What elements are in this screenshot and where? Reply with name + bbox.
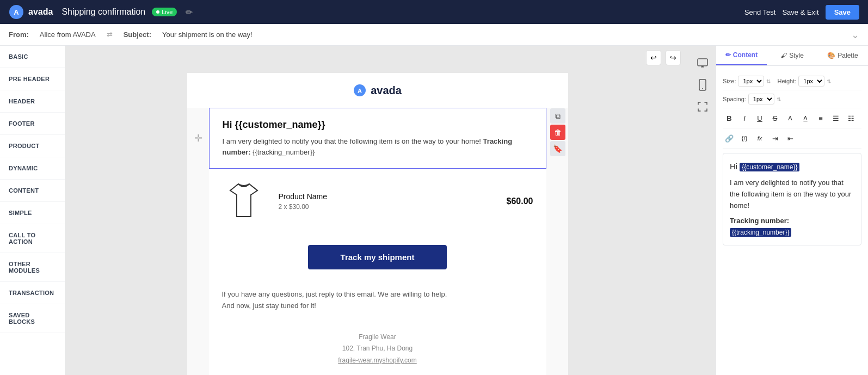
preview-tracking-label: Tracking number: [730, 217, 789, 225]
page-title: Shipping confirmation [61, 7, 145, 17]
sidebar-item-saved-blocks[interactable]: SAVED BLOCKS [0, 304, 65, 333]
live-badge: Live [152, 8, 177, 16]
preview-body-text: I am very delighted to notify you that t… [730, 177, 854, 211]
nav-right: Send Test Save & Exit Save [744, 5, 859, 20]
format-row-text-style: B I U S A A ≡ ☰ ☷ [723, 108, 861, 128]
sidebar-item-call-to-action[interactable]: CALL TO ACTION [0, 224, 65, 253]
style-tab-label: Style [789, 52, 804, 59]
strikethrough-button[interactable]: S [768, 112, 781, 125]
spacing-label: Spacing: [723, 96, 746, 102]
fullscreen-button[interactable] [694, 98, 711, 115]
product-name: Product Name [279, 192, 494, 201]
palette-tab-label: Palette [838, 52, 858, 59]
live-badge-text: Live [162, 9, 173, 15]
edit-title-button[interactable]: ✏ [183, 5, 195, 20]
formula-button[interactable]: fx [753, 132, 766, 145]
delete-block-button[interactable]: 🗑 [550, 125, 565, 140]
sidebar-item-footer[interactable]: FOOTER [0, 113, 65, 135]
sidebar-item-content[interactable]: CONTENT [0, 180, 65, 202]
outdent-button[interactable]: ⇤ [784, 132, 797, 145]
footer-website[interactable]: fragile-wear.myshopify.com [338, 356, 417, 364]
size-field: Size: 1px ⇅ [723, 76, 771, 87]
send-test-button[interactable]: Send Test [744, 8, 776, 16]
tab-content[interactable]: ✏ Content [716, 46, 767, 65]
sidebar-item-transaction[interactable]: TRANSACTION [0, 282, 65, 304]
footer-address: 102, Tran Phu, Ha Dong [222, 343, 533, 355]
left-sidebar: BASIC PRE HEADER HEADER FOOTER PRODUCT D… [0, 46, 65, 375]
product-image [222, 180, 266, 223]
preview-heading-pre: Hi [730, 162, 740, 171]
canvas-toolbar: ↩ ↪ [646, 50, 681, 65]
bold-button[interactable]: B [723, 112, 736, 125]
tshirt-icon [225, 180, 263, 223]
email-logo-section: A avada [187, 73, 568, 108]
from-value: Alice from AVADA [40, 30, 96, 39]
top-nav: A avada Shipping confirmation Live ✏ Sen… [0, 0, 868, 24]
center-canvas: ↩ ↪ A avada ✛ Hi {{customer_name}} [65, 46, 690, 375]
capitalize-button[interactable]: A [799, 112, 812, 125]
content-tab-label: Content [733, 51, 758, 59]
indent-button[interactable]: ⇥ [768, 132, 781, 145]
right-panel-content: Size: 1px ⇅ Height: 1px ⇅ Spacing: [716, 66, 868, 375]
copy-block-button[interactable]: ⧉ [550, 108, 565, 124]
desktop-view-button[interactable] [694, 54, 711, 72]
sidebar-item-pre-header[interactable]: PRE HEADER [0, 68, 65, 90]
italic-button[interactable]: I [738, 112, 751, 125]
size-select[interactable]: 1px [738, 76, 764, 87]
style-tab-icon: 🖌 [780, 52, 787, 59]
live-dot [156, 10, 159, 14]
mobile-icon [699, 79, 706, 91]
block-action-icons: ⧉ 🗑 🔖 [550, 108, 565, 156]
svg-rect-4 [698, 59, 707, 66]
sidebar-item-basic[interactable]: BASIC [0, 46, 65, 68]
height-field: Height: 1px ⇅ [777, 76, 831, 87]
swap-arrows[interactable]: ⇄ [107, 30, 113, 39]
tab-palette[interactable]: 🎨 Palette [817, 46, 868, 65]
save-exit-button[interactable]: Save & Exit [782, 8, 818, 16]
sidebar-item-header[interactable]: HEADER [0, 90, 65, 113]
product-price: $60.00 [507, 196, 533, 206]
desktop-icon [697, 58, 708, 69]
sidebar-item-simple[interactable]: SIMPLE [0, 202, 65, 224]
svg-text:A: A [14, 8, 19, 16]
email-text-block[interactable]: ✛ Hi {{customer_name}} I am very delight… [209, 108, 546, 169]
save-button[interactable]: Save [826, 5, 859, 20]
redo-button[interactable]: ↪ [666, 50, 681, 65]
underline-button[interactable]: U [753, 112, 766, 125]
product-quantity: 2 x $30.00 [279, 203, 494, 211]
drag-handle[interactable]: ✛ [194, 132, 202, 144]
align-left-button[interactable]: ≡ [814, 112, 827, 125]
list-ordered-button[interactable]: ☷ [845, 112, 858, 125]
sidebar-item-other-modules[interactable]: OTHER MODULES [0, 253, 65, 282]
save-block-button[interactable]: 🔖 [550, 141, 565, 156]
height-select[interactable]: 1px [798, 76, 824, 87]
up-down-icon-spacing: ⇅ [777, 96, 781, 102]
uppercase-button[interactable]: A [784, 112, 797, 125]
tab-style[interactable]: 🖌 Style [767, 46, 817, 65]
spacing-select[interactable]: 1px [748, 94, 774, 104]
subject-label: Subject: [124, 30, 151, 39]
email-logo-text: avada [371, 84, 402, 97]
logo-text: avada [28, 7, 53, 17]
palette-tab-icon: 🎨 [827, 52, 835, 59]
code-button[interactable]: {/} [738, 132, 751, 145]
preview-heading: Hi {{customer_name}} [730, 160, 854, 173]
expand-icon[interactable]: ⌄ [851, 29, 859, 41]
mobile-view-button[interactable] [694, 76, 711, 94]
undo-button[interactable]: ↩ [646, 50, 661, 65]
list-unordered-button[interactable]: ☰ [829, 112, 842, 125]
sidebar-item-dynamic[interactable]: DYNAMIC [0, 157, 65, 180]
sidebar-item-product[interactable]: PRODUCT [0, 135, 65, 157]
format-row-size: Size: 1px ⇅ Height: 1px ⇅ [723, 72, 861, 90]
link-button[interactable]: 🔗 [723, 132, 736, 145]
email-footer: Fragile Wear 102, Tran Phu, Ha Dong frag… [209, 321, 546, 375]
track-shipment-button[interactable]: Track my shipment [308, 245, 447, 269]
center-area: ↩ ↪ A avada ✛ Hi {{customer_name}} [65, 46, 716, 375]
preview-tracking: Tracking number: {{tracking_number}} [730, 216, 854, 238]
footer-company: Fragile Wear [222, 331, 533, 343]
format-row-link: 🔗 {/} fx ⇥ ⇤ [723, 128, 861, 149]
expand-icon [698, 102, 707, 112]
logo-area: A avada [9, 4, 53, 20]
from-label: From: [9, 30, 29, 39]
avada-logo-icon: A [9, 4, 24, 20]
